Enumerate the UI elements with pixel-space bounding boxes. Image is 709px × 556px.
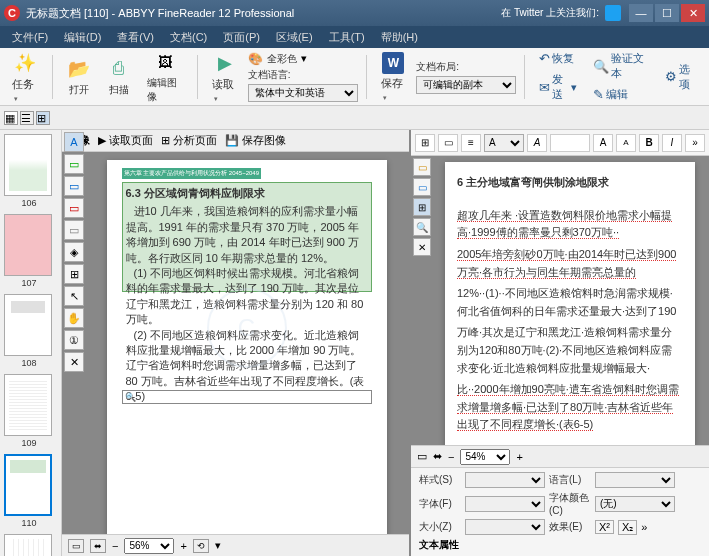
gear-icon: ⚙ (665, 69, 677, 84)
word-icon: W (382, 52, 404, 74)
save-button[interactable]: W保存▾ (375, 49, 413, 105)
thumb-107[interactable] (4, 214, 52, 276)
restore-button[interactable]: ↶恢复 (533, 49, 583, 68)
search-bar-region[interactable]: 🔍 (122, 390, 372, 404)
tool-area4[interactable]: ▭ (64, 220, 84, 240)
tool-table[interactable]: ⊞ (64, 264, 84, 284)
tp-tool1[interactable]: ⊞ (415, 134, 435, 152)
tp-fit-page[interactable]: ▭ (417, 450, 427, 463)
thumb-108[interactable] (4, 294, 52, 356)
menu-edit[interactable]: 编辑(D) (56, 28, 109, 47)
tool-area3[interactable]: ▭ (64, 198, 84, 218)
tp-vtool5[interactable]: ✕ (413, 238, 431, 256)
read-button[interactable]: ▶读取▾ (206, 48, 244, 106)
edit-button[interactable]: ✎编辑 (587, 85, 655, 104)
close-button[interactable]: ✕ (681, 4, 705, 22)
option-button[interactable]: ⚙选项 (659, 60, 703, 94)
font-select[interactable]: A (484, 134, 524, 152)
zoom-in-button[interactable]: + (180, 540, 186, 552)
effect-x2b[interactable]: X₂ (618, 520, 637, 535)
text-footer: ▭ ⬌ − 54% + (411, 445, 709, 467)
thumb-109[interactable] (4, 374, 52, 436)
btn-save-image[interactable]: 💾 保存图像 (225, 133, 286, 148)
layout-select[interactable]: 可编辑的副本 (416, 76, 516, 94)
maximize-button[interactable]: ☐ (655, 4, 679, 22)
size-select[interactable] (465, 519, 545, 535)
tp-vtool4[interactable]: 🔍 (413, 218, 431, 236)
tp-vtool1[interactable]: ▭ (413, 158, 431, 176)
text-document[interactable]: 6 主分地域富弯闸供制涂地限求 超攻几年来 ·设置造数饲料限价地需求小幅提高·1… (445, 162, 695, 445)
toolbar: ✨任务▾ 📂打开 ⎙扫描 🖼编辑图像 ▶读取▾ 🎨全彩色▾ 文档语言: 繁体中文… (0, 48, 709, 106)
menu-view[interactable]: 查看(V) (109, 28, 162, 47)
style-label: 样式(S) (419, 473, 461, 487)
menu-page[interactable]: 页面(P) (215, 28, 268, 47)
detail-view-button[interactable]: ⊞ (36, 111, 50, 125)
style-select[interactable] (465, 472, 545, 488)
tp-italic[interactable]: I (662, 134, 682, 152)
tool-hand[interactable]: ✋ (64, 308, 84, 328)
rotate-button[interactable]: ⟲ (193, 539, 209, 553)
text-region-1[interactable]: 6.3 分区域饲青饲料应制限求 进10 几年来，我国造粮饲料的应利需求量小幅提高… (122, 182, 372, 292)
thumb-110[interactable] (4, 454, 52, 516)
tp-zoom-select[interactable]: 54% (460, 449, 510, 465)
menu-tool[interactable]: 工具(T) (321, 28, 373, 47)
scan-button[interactable]: ⎙扫描 (101, 54, 137, 100)
tp-style[interactable]: A (527, 134, 547, 152)
task-button[interactable]: ✨任务▾ (6, 48, 44, 106)
twitter-icon[interactable] (605, 5, 621, 21)
lang-prop-select[interactable] (595, 472, 675, 488)
send-button[interactable]: ✉发送▾ (533, 70, 583, 104)
tool-area2[interactable]: ▭ (64, 176, 84, 196)
tp-font-a[interactable]: A (593, 134, 613, 152)
tp-more[interactable]: » (685, 134, 705, 152)
tp-zoom-in[interactable]: + (516, 451, 522, 463)
folder-icon: 📂 (67, 57, 91, 81)
zoom-select[interactable]: 56% (124, 538, 174, 554)
send-icon: ✉ (539, 80, 550, 95)
magnifier-icon: 🔍 (125, 392, 136, 402)
fit-width-button[interactable]: ⬌ (90, 539, 106, 553)
btn-analyze-page[interactable]: ⊞ 分析页面 (161, 133, 217, 148)
effect-x2[interactable]: X² (595, 520, 614, 534)
btn-read-page[interactable]: ▶ 读取页面 (98, 133, 153, 148)
tp-vtool2[interactable]: ▭ (413, 178, 431, 196)
tp-align-left[interactable]: ≡ (461, 134, 481, 152)
lang-prop-label: 语言(L) (549, 473, 591, 487)
menu-doc[interactable]: 文档(C) (162, 28, 215, 47)
tool-area5[interactable]: ◈ (64, 242, 84, 262)
font-prop-select[interactable] (465, 496, 545, 512)
open-button[interactable]: 📂打开 (61, 54, 97, 100)
minimize-button[interactable]: — (629, 4, 653, 22)
layout-label: 文档布局: (416, 60, 459, 74)
tp-bold[interactable]: B (639, 134, 659, 152)
view-tabs: ▦ ☰ ⊞ (0, 106, 709, 130)
verify-button[interactable]: 🔍验证文本 (587, 49, 655, 83)
edit-image-button[interactable]: 🖼编辑图像 (141, 47, 190, 107)
thumb-111[interactable] (4, 534, 52, 556)
menu-file[interactable]: 文件(F) (4, 28, 56, 47)
tool-order[interactable]: ① (64, 330, 84, 350)
fcolor-select[interactable]: (无) (595, 496, 675, 512)
effect-more[interactable]: » (641, 521, 647, 533)
tp-font-a2[interactable]: A (616, 134, 636, 152)
page-image[interactable]: 第六章 主要农产品供给与利用状况分析 2045~2049 6.3 分区域饲青饲料… (107, 160, 387, 534)
palette-icon: 🎨 (248, 52, 263, 66)
grid-view-button[interactable]: ▦ (4, 111, 18, 125)
zoom-out-button[interactable]: − (112, 540, 118, 552)
tool-delete[interactable]: ✕ (64, 352, 84, 372)
menu-help[interactable]: 帮助(H) (373, 28, 426, 47)
tp-zoom-out[interactable]: − (448, 451, 454, 463)
pencil-icon: ✎ (593, 87, 604, 102)
tool-text-area[interactable]: A (64, 132, 84, 152)
lang-select[interactable]: 繁体中文和英语 (248, 84, 358, 102)
color-dropdown[interactable]: ▾ (301, 52, 307, 65)
fit-page-button[interactable]: ▭ (68, 539, 84, 553)
tp-fit-width[interactable]: ⬌ (433, 450, 442, 463)
tp-vtool3[interactable]: ⊞ (413, 198, 431, 216)
tool-pointer[interactable]: ↖ (64, 286, 84, 306)
thumb-106[interactable] (4, 134, 52, 196)
tool-area1[interactable]: ▭ (64, 154, 84, 174)
list-view-button[interactable]: ☰ (20, 111, 34, 125)
menu-area[interactable]: 区域(E) (268, 28, 321, 47)
tp-tool2[interactable]: ▭ (438, 134, 458, 152)
